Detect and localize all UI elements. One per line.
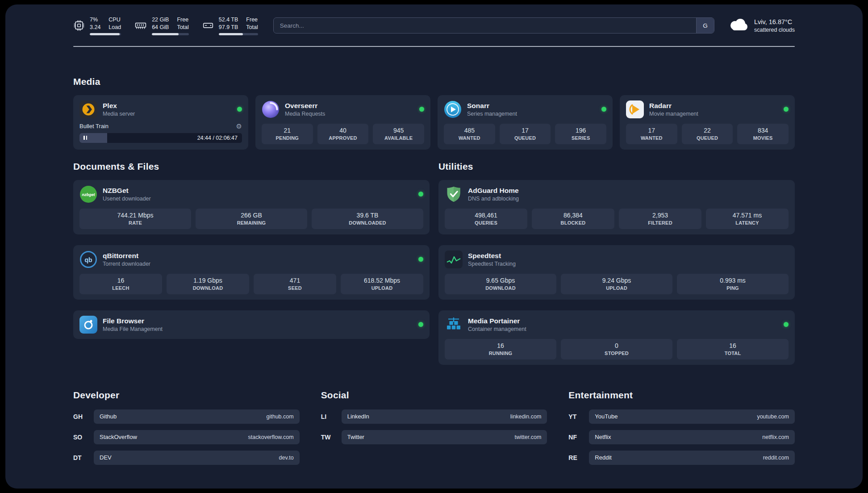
- adguard-icon: [445, 185, 463, 203]
- bookmark-abbr: NF: [568, 434, 589, 441]
- stat-tile: 485WANTED: [444, 124, 495, 144]
- service-card-radarr[interactable]: Radarr Movie management 17WANTED 22QUEUE…: [620, 95, 795, 150]
- cpu-label: CPU: [108, 16, 121, 24]
- app-subtitle: Movie management: [649, 111, 698, 117]
- bookmark-row: LI LinkedInlinkedin.com: [321, 409, 547, 424]
- stat-tile: 16LEECH: [79, 274, 162, 294]
- disk-free: 52.4 TB: [219, 16, 238, 24]
- bookmark-abbr: SO: [73, 434, 94, 441]
- ram-usage-bar: [152, 33, 189, 35]
- storage-monitor: 52.4 TB 97.9 TB Free Total: [202, 16, 258, 35]
- bookmark-link-twitter[interactable]: Twittertwitter.com: [342, 430, 547, 444]
- service-card-filebrowser[interactable]: File Browser Media File Management: [73, 310, 430, 339]
- gear-icon[interactable]: ⚙: [236, 123, 242, 130]
- app-name: Media Portainer: [468, 317, 526, 325]
- ram-total: 64 GiB: [152, 24, 169, 31]
- disk-label-total: Total: [246, 24, 258, 31]
- app-subtitle: Container management: [468, 326, 526, 332]
- topbar: 7% 3.24 CPU Load: [73, 16, 795, 35]
- disk-label-free: Free: [246, 16, 258, 24]
- weather-widget: Lviv, 16.87°C scattered clouds: [728, 17, 795, 33]
- service-card-adguard[interactable]: AdGuard Home DNS and adblocking 498,461Q…: [438, 180, 795, 234]
- stat-tile: 471SEED: [254, 274, 336, 294]
- section-media: Media Plex Media server Bullet Train ⚙: [73, 76, 795, 150]
- app-subtitle: Media File Management: [103, 326, 163, 332]
- section-title-entertainment: Entertainment: [568, 390, 795, 401]
- radarr-icon: [626, 100, 644, 118]
- cpu-percent: 7%: [90, 16, 100, 24]
- service-card-nzbget[interactable]: nzbget NZBGet Usenet downloader 744.21 M…: [73, 180, 430, 234]
- disk-icon: [202, 20, 214, 31]
- stat-tile: 22QUEUED: [682, 124, 733, 144]
- section-title-utilities: Utilities: [438, 161, 795, 172]
- bookmark-abbr: TW: [321, 434, 342, 441]
- section-title-documents: Documents & Files: [73, 161, 430, 172]
- stat-tile: 266 GBREMAINING: [196, 209, 307, 229]
- app-name: Radarr: [649, 102, 698, 110]
- bookmark-link-github[interactable]: Githubgithub.com: [94, 409, 300, 424]
- status-online-dot: [418, 192, 423, 196]
- app-subtitle: Usenet downloader: [103, 196, 151, 202]
- qbittorrent-icon: qb: [79, 251, 97, 268]
- cpu-icon: [73, 20, 85, 31]
- stat-tile: 618.52 MbpsUPLOAD: [341, 274, 423, 294]
- section-title-media: Media: [73, 76, 795, 87]
- bookmark-link-dev[interactable]: DEVdev.to: [94, 451, 300, 465]
- stat-tile: 86,384BLOCKED: [532, 209, 614, 229]
- service-card-speedtest[interactable]: Speedtest Speedtest Tracking 9.65 GbpsDO…: [438, 245, 795, 300]
- search-input[interactable]: [274, 18, 696, 33]
- stat-tile: 2,953FILTERED: [619, 209, 701, 229]
- status-online-dot: [601, 107, 606, 112]
- status-online-dot: [784, 322, 789, 327]
- section-developer: Developer GH Githubgithub.com SO StackOv…: [73, 390, 300, 465]
- search-engine-button[interactable]: G: [696, 18, 714, 33]
- stat-tile: 40APPROVED: [317, 124, 369, 144]
- service-card-sonarr[interactable]: Sonarr Series management 485WANTED 17QUE…: [438, 95, 613, 150]
- pause-icon[interactable]: [83, 136, 87, 140]
- cloud-icon: [728, 17, 748, 33]
- stat-tile: 498,461QUERIES: [445, 209, 527, 229]
- nzbget-icon: nzbget: [79, 185, 97, 203]
- app-name: Sonarr: [467, 102, 517, 110]
- app-name: qBittorrent: [103, 252, 150, 260]
- section-utilities: Utilities AdGuard Home DNS and adblockin…: [438, 161, 795, 365]
- bookmark-row: YT YouTubeyoutube.com: [568, 409, 795, 424]
- stat-tile: 9.24 GbpsUPLOAD: [561, 274, 672, 294]
- bookmark-abbr: GH: [73, 413, 94, 420]
- bookmark-link-reddit[interactable]: Redditreddit.com: [589, 451, 795, 465]
- bookmark-link-stackoverflow[interactable]: StackOverflowstackoverflow.com: [94, 430, 300, 444]
- playback-progress-bar[interactable]: 24:44 / 02:06:47: [79, 133, 242, 143]
- weather-condition: scattered clouds: [754, 27, 795, 33]
- app-name: Speedtest: [468, 252, 516, 260]
- stat-tile: 0STOPPED: [561, 339, 672, 359]
- cpu-usage-bar: [90, 33, 121, 35]
- stat-tile: 945AVAILABLE: [373, 124, 424, 144]
- service-card-plex[interactable]: Plex Media server Bullet Train ⚙ 24:44 /…: [73, 95, 248, 150]
- bookmark-link-youtube[interactable]: YouTubeyoutube.com: [589, 409, 795, 424]
- disk-total: 97.9 TB: [219, 24, 238, 31]
- ram-label-total: Total: [177, 24, 188, 31]
- section-title-social: Social: [321, 390, 547, 401]
- playback-time: 24:44 / 02:06:47: [197, 135, 238, 141]
- stat-tile: 16TOTAL: [677, 339, 789, 359]
- stat-tile: 1.19 GbpsDOWNLOAD: [167, 274, 249, 294]
- bookmark-abbr: RE: [568, 454, 589, 461]
- screenshot-stage: 7% 3.24 CPU Load: [0, 0, 868, 493]
- bookmark-row: RE Redditreddit.com: [568, 451, 795, 465]
- bookmark-link-netflix[interactable]: Netflixnetflix.com: [589, 430, 795, 444]
- service-card-overseerr[interactable]: Overseerr Media Requests 21PENDING 40APP…: [255, 95, 430, 150]
- stat-tile: 21PENDING: [262, 124, 313, 144]
- bookmark-link-linkedin[interactable]: LinkedInlinkedin.com: [342, 409, 547, 424]
- app-subtitle: Torrent downloader: [103, 261, 150, 267]
- status-online-dot: [237, 107, 242, 112]
- search-bar[interactable]: G: [273, 17, 714, 33]
- system-monitors: 7% 3.24 CPU Load: [73, 16, 258, 35]
- portainer-icon: [445, 316, 463, 334]
- stat-tile: 17QUEUED: [500, 124, 551, 144]
- service-card-portainer[interactable]: Media Portainer Container management 16R…: [438, 310, 795, 365]
- section-title-developer: Developer: [73, 390, 300, 401]
- service-card-qbittorrent[interactable]: qb qBittorrent Torrent downloader 16LEEC…: [73, 245, 430, 300]
- section-entertainment: Entertainment YT YouTubeyoutube.com NF N…: [568, 390, 795, 465]
- sonarr-icon: [444, 100, 462, 118]
- weather-location: Lviv, 16.87°C: [754, 18, 795, 25]
